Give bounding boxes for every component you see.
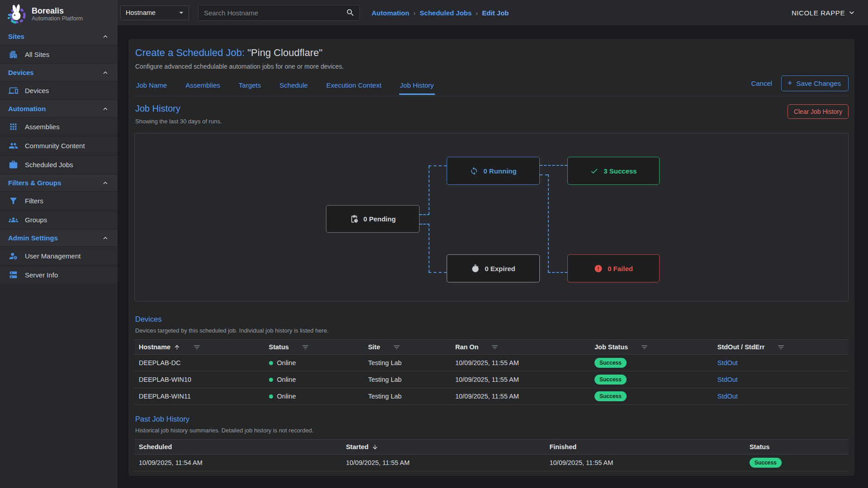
user-name: NICOLE RAPPE (792, 9, 845, 17)
flow-node-failed: 0 Failed (567, 254, 660, 282)
device-site: Testing Lab (363, 355, 451, 371)
sidebar-section-devices[interactable]: Devices (0, 64, 118, 81)
save-changes-button[interactable]: + Save Changes (781, 75, 849, 91)
device-stdout: StdOut (713, 371, 849, 388)
device-ran-on: 10/09/2025, 11:55 AM (451, 371, 590, 388)
past-job-row: 10/09/2025, 11:54 AM 10/09/2025, 11:55 A… (134, 455, 849, 471)
clear-job-history-button[interactable]: Clear Job History (788, 104, 849, 119)
device-job-status: Success (590, 388, 713, 405)
column-header-status[interactable]: Status (264, 340, 364, 355)
sidebar-item-server-info[interactable]: Server Info (0, 266, 118, 285)
sidebar-item-label: Server Info (25, 271, 58, 279)
server-icon (9, 270, 18, 280)
filter-icon[interactable] (491, 343, 499, 351)
tab-job-name[interactable]: Job Name (135, 77, 168, 95)
flow-node-label: 0 Pending (363, 215, 396, 223)
hostname-select[interactable]: Hostname (120, 5, 189, 20)
sidebar-item-scheduled-jobs[interactable]: Scheduled Jobs (0, 155, 118, 174)
job-history-heading-block: Job History Showing the last 30 days of … (135, 103, 222, 125)
app-frame: Borealis Automation Platform Sites All S… (0, 0, 868, 488)
flow-node-pending: 0 Pending (326, 205, 420, 233)
stdout-link[interactable]: StdOut (717, 359, 738, 366)
column-header-job-status[interactable]: Job Status (590, 340, 713, 355)
breadcrumb-edit-job[interactable]: Edit Job (482, 9, 509, 17)
status-badge: Success (594, 375, 627, 385)
past-job-history-table: Scheduled Started Finished Status 10/09/… (134, 439, 849, 471)
apartment-icon (9, 50, 18, 59)
stdout-link[interactable]: StdOut (717, 376, 738, 383)
device-row: DEEPLAB-WIN10 Online Testing Lab 10/09/2… (134, 371, 849, 388)
device-status: Online (264, 388, 364, 405)
user-menu[interactable]: NICOLE RAPPE (792, 8, 856, 17)
app-name: Borealis (32, 6, 83, 16)
tab-job-history[interactable]: Job History (399, 77, 435, 95)
filter-icon[interactable] (393, 343, 401, 351)
tab-targets[interactable]: Targets (238, 77, 262, 95)
sidebar-item-label: Assemblies (25, 123, 60, 131)
breadcrumb-automation[interactable]: Automation (372, 9, 409, 17)
flow-node-running: 0 Running (447, 157, 540, 185)
connector (429, 272, 447, 273)
tab-assemblies[interactable]: Assemblies (184, 77, 221, 95)
filter-icon[interactable] (193, 343, 201, 351)
cancel-button[interactable]: Cancel (751, 80, 772, 87)
column-header-scheduled[interactable]: Scheduled (134, 440, 341, 455)
chevron-up-icon (101, 69, 109, 77)
briefcase-icon (9, 160, 18, 169)
tab-schedule[interactable]: Schedule (278, 77, 309, 95)
sidebar-item-all-sites[interactable]: All Sites (0, 45, 118, 64)
section-label: Admin Settings (8, 234, 58, 242)
column-header-hostname[interactable]: Hostname (134, 340, 264, 355)
chevron-up-icon (101, 179, 109, 187)
sidebar-item-community-content[interactable]: Community Content (0, 136, 118, 155)
breadcrumb: Automation › Scheduled Jobs › Edit Job (372, 9, 509, 17)
breadcrumb-scheduled-jobs[interactable]: Scheduled Jobs (420, 9, 472, 17)
device-job-status: Success (590, 355, 713, 371)
connector (548, 272, 567, 273)
search-input[interactable] (204, 9, 346, 17)
stdout-link[interactable]: StdOut (717, 393, 738, 400)
save-changes-label: Save Changes (797, 80, 841, 87)
search-icon (346, 8, 355, 17)
sidebar-item-user-management[interactable]: User Management (0, 247, 118, 266)
column-header-stdout-stderr[interactable]: StdOut / StdErr (713, 340, 849, 355)
device-ran-on: 10/09/2025, 11:55 AM (451, 355, 590, 371)
sidebar-item-devices[interactable]: Devices (0, 81, 118, 100)
devices-table: Hostname Status Site Ran On Job Status (134, 339, 849, 405)
online-dot-icon (269, 394, 273, 399)
sidebar-section-filters-groups[interactable]: Filters & Groups (0, 174, 118, 192)
status-badge: Success (750, 458, 782, 468)
tab-execution-context[interactable]: Execution Context (326, 77, 382, 95)
flow-node-label: 0 Running (483, 167, 516, 175)
sidebar-item-label: Scheduled Jobs (25, 161, 73, 169)
device-hostname: DEEPLAB-WIN11 (134, 388, 264, 405)
online-dot-icon (269, 361, 273, 365)
sidebar-section-sites[interactable]: Sites (0, 28, 118, 45)
column-header-status[interactable]: Status (745, 440, 849, 455)
column-header-finished[interactable]: Finished (545, 440, 745, 455)
rabbit-gear-logo-icon (5, 3, 27, 25)
flow-node-label: 0 Expired (485, 265, 515, 272)
sidebar-item-groups[interactable]: Groups (0, 211, 118, 230)
chevron-up-icon (101, 33, 109, 41)
sidebar-item-filters[interactable]: Filters (0, 192, 118, 211)
status-badge: Success (594, 391, 627, 401)
past-job-history-heading: Past Job History (134, 415, 849, 423)
filter-icon[interactable] (777, 343, 785, 351)
main-panel: Create a Scheduled Job: "Ping Cloudflare… (128, 39, 854, 476)
tabs-row: Job Name Assemblies Targets Schedule Exe… (134, 75, 849, 96)
column-header-site[interactable]: Site (363, 340, 451, 355)
section-label: Devices (8, 69, 34, 76)
column-header-ran-on[interactable]: Ran On (451, 340, 590, 355)
sidebar-item-assemblies[interactable]: Assemblies (0, 117, 118, 136)
filter-icon[interactable] (302, 343, 309, 351)
filter-icon[interactable] (641, 343, 648, 351)
grid-icon (9, 122, 18, 131)
sidebar-section-admin-settings[interactable]: Admin Settings (0, 230, 118, 247)
connector (420, 214, 429, 215)
column-header-started[interactable]: Started (341, 440, 545, 455)
connector (540, 165, 567, 166)
devices-table-header: Hostname Status Site Ran On Job Status (134, 340, 849, 355)
sidebar-section-automation[interactable]: Automation (0, 100, 118, 117)
device-hostname: DEEPLAB-WIN10 (134, 371, 264, 388)
